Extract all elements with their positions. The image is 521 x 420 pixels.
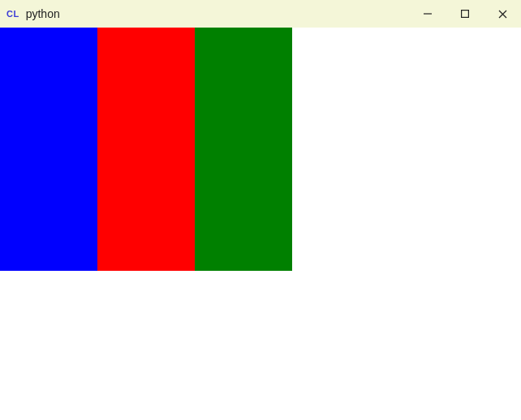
app-icon: CL bbox=[6, 9, 19, 19]
maximize-button[interactable] bbox=[446, 0, 484, 28]
minimize-icon bbox=[424, 10, 432, 18]
maximize-icon bbox=[461, 10, 469, 18]
blue-stripe bbox=[0, 28, 97, 271]
app-window: CL python bbox=[0, 0, 521, 420]
window-controls bbox=[409, 0, 521, 28]
green-stripe bbox=[195, 28, 292, 271]
close-icon bbox=[498, 10, 507, 19]
red-stripe bbox=[97, 28, 195, 271]
svg-rect-1 bbox=[462, 11, 469, 18]
minimize-button[interactable] bbox=[409, 0, 446, 28]
close-button[interactable] bbox=[484, 0, 521, 28]
window-title: python bbox=[26, 7, 60, 20]
content-area bbox=[0, 28, 521, 420]
titlebar: CL python bbox=[0, 0, 521, 28]
titlebar-left: CL python bbox=[6, 7, 60, 20]
